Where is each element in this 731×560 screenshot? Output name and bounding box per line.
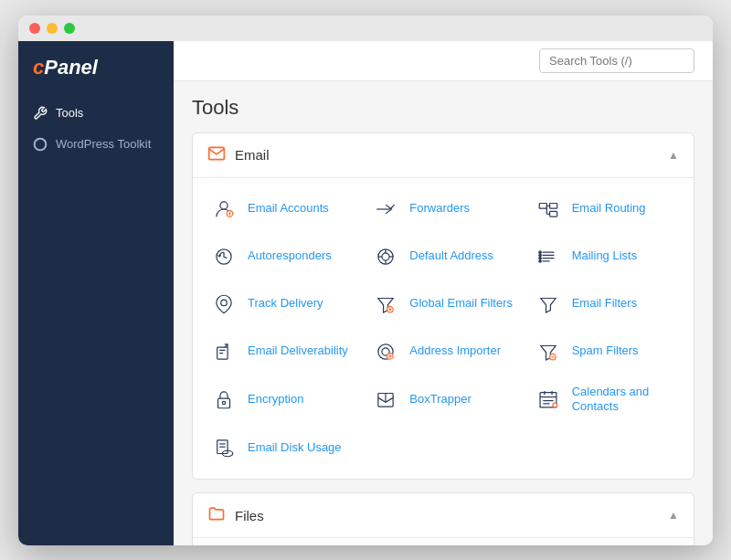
- tool-mailing-lists-label: Mailing Lists: [572, 248, 638, 264]
- tool-default-address[interactable]: Default Address: [362, 233, 524, 280]
- tool-email-deliverability-label: Email Deliverability: [248, 343, 348, 359]
- maximize-button[interactable]: [64, 23, 75, 34]
- main-content: Tools Email ▲: [174, 81, 713, 545]
- email-tools-grid: Email Accounts Forwarders: [193, 178, 694, 480]
- email-section: Email ▲: [192, 132, 694, 481]
- files-section: Files ▲: [192, 492, 694, 544]
- files-tools-grid: File Manager Images: [193, 538, 694, 544]
- tool-boxtrapper-label: BoxTrapper: [409, 392, 471, 407]
- sidebar: cPanel Tools WordPress Toolkit: [18, 41, 174, 545]
- svg-point-25: [539, 259, 541, 261]
- email-deliverability-icon: [209, 337, 238, 366]
- tool-email-routing[interactable]: Email Routing: [524, 185, 686, 233]
- calendars-contacts-icon: [534, 385, 563, 414]
- close-button[interactable]: [29, 23, 40, 34]
- tool-email-filters-label: Email Filters: [572, 296, 638, 312]
- svg-rect-7: [549, 211, 556, 217]
- main-content-area: Tools Email ▲: [174, 41, 713, 545]
- tool-mailing-lists[interactable]: Mailing Lists: [524, 233, 686, 280]
- files-section-icon: [207, 504, 226, 526]
- global-email-filters-icon: [371, 290, 400, 319]
- tool-autoresponders[interactable]: Autoresponders: [200, 233, 362, 280]
- svg-marker-31: [541, 298, 556, 312]
- svg-point-23: [539, 254, 541, 256]
- boxtrapper-icon: [371, 385, 400, 414]
- tool-spam-filters[interactable]: Spam Filters: [524, 328, 686, 375]
- tool-email-accounts[interactable]: Email Accounts: [200, 185, 362, 233]
- email-disk-usage-icon: [209, 433, 238, 462]
- sidebar-item-wordpress[interactable]: WordPress Toolkit: [18, 129, 174, 160]
- tool-calendars-contacts-label: Calendars and Contacts: [572, 385, 677, 416]
- tool-track-delivery-label: Track Delivery: [248, 296, 323, 312]
- tool-global-email-filters[interactable]: Global Email Filters: [362, 280, 524, 328]
- svg-point-24: [539, 257, 541, 259]
- app-body: cPanel Tools WordPress Toolkit: [18, 41, 713, 545]
- tool-track-delivery[interactable]: Track Delivery: [200, 280, 362, 328]
- svg-point-1: [220, 201, 228, 208]
- svg-point-13: [382, 252, 389, 259]
- svg-point-22: [539, 250, 541, 252]
- svg-point-26: [221, 300, 228, 306]
- svg-rect-43: [218, 399, 230, 409]
- email-accounts-icon: [209, 195, 238, 224]
- email-routing-icon: [534, 195, 563, 224]
- address-importer-icon: [371, 337, 400, 366]
- wordpress-icon: [33, 137, 48, 152]
- tool-email-disk-usage-label: Email Disk Usage: [248, 440, 342, 456]
- page-title: Tools: [192, 96, 694, 120]
- sidebar-logo: cPanel: [18, 56, 174, 98]
- tool-email-disk-usage[interactable]: Email Disk Usage: [200, 424, 362, 471]
- mailing-lists-icon: [534, 242, 563, 271]
- minimize-button[interactable]: [47, 23, 58, 34]
- email-section-header[interactable]: Email ▲: [193, 133, 694, 178]
- tool-encryption[interactable]: Encryption: [200, 375, 362, 425]
- svg-point-53: [553, 403, 557, 407]
- spam-filters-icon: [534, 337, 563, 366]
- tool-global-email-filters-label: Global Email Filters: [409, 296, 513, 312]
- files-section-title: Files: [235, 508, 264, 523]
- tool-forwarders[interactable]: Forwarders: [362, 185, 524, 233]
- tool-email-routing-label: Email Routing: [572, 201, 646, 217]
- search-input[interactable]: [539, 48, 694, 73]
- files-section-chevron: ▲: [668, 509, 679, 522]
- encryption-icon: [209, 385, 238, 414]
- email-section-icon: [207, 144, 226, 166]
- svg-rect-6: [549, 203, 556, 208]
- tool-calendars-contacts[interactable]: Calendars and Contacts: [524, 375, 686, 425]
- email-filters-icon: [534, 290, 563, 319]
- email-section-chevron: ▲: [668, 149, 679, 162]
- tool-autoresponders-label: Autoresponders: [248, 248, 332, 264]
- sidebar-item-tools[interactable]: Tools: [18, 98, 174, 129]
- titlebar: [18, 16, 713, 41]
- svg-line-4: [390, 205, 395, 209]
- wrench-icon: [33, 106, 48, 121]
- tool-boxtrapper[interactable]: BoxTrapper: [362, 375, 524, 425]
- tool-email-filters[interactable]: Email Filters: [524, 280, 686, 328]
- tool-email-accounts-label: Email Accounts: [248, 201, 329, 217]
- svg-point-44: [222, 402, 225, 405]
- tool-spam-filters-label: Spam Filters: [572, 343, 639, 359]
- track-delivery-icon: [209, 290, 238, 319]
- tool-email-deliverability[interactable]: Email Deliverability: [200, 328, 362, 375]
- tool-address-importer-label: Address Importer: [409, 343, 501, 359]
- sidebar-item-tools-label: Tools: [56, 106, 83, 120]
- default-address-icon: [371, 242, 400, 271]
- tool-forwarders-label: Forwarders: [409, 201, 470, 217]
- tool-encryption-label: Encryption: [248, 392, 303, 407]
- app-window: cPanel Tools WordPress Toolkit: [18, 16, 713, 545]
- files-section-header[interactable]: Files ▲: [193, 493, 694, 538]
- main-header: [174, 41, 713, 81]
- tool-default-address-label: Default Address: [409, 248, 493, 264]
- tool-address-importer[interactable]: Address Importer: [362, 328, 524, 375]
- sidebar-item-wordpress-label: WordPress Toolkit: [56, 137, 151, 151]
- forwarders-icon: [371, 195, 400, 224]
- email-section-title: Email: [235, 147, 270, 163]
- svg-rect-5: [539, 203, 546, 208]
- autoresponders-icon: [209, 242, 238, 271]
